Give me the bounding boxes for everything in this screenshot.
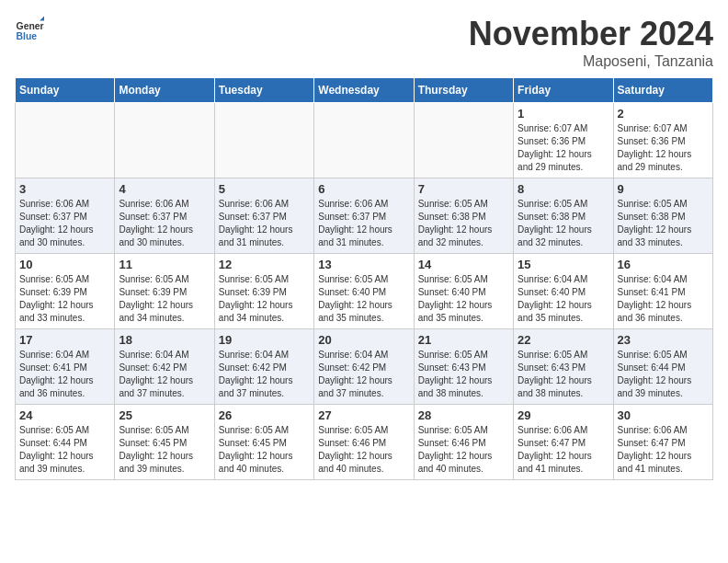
day-info: Sunrise: 6:06 AM Sunset: 6:37 PM Dayligh… — [19, 198, 110, 249]
calendar-cell: 25Sunrise: 6:05 AM Sunset: 6:45 PM Dayli… — [115, 405, 214, 480]
calendar-cell: 16Sunrise: 6:04 AM Sunset: 6:41 PM Dayli… — [613, 254, 712, 329]
calendar-cell: 11Sunrise: 6:05 AM Sunset: 6:39 PM Dayli… — [115, 254, 214, 329]
day-info: Sunrise: 6:05 AM Sunset: 6:38 PM Dayligh… — [418, 198, 509, 249]
calendar-cell: 17Sunrise: 6:04 AM Sunset: 6:41 PM Dayli… — [16, 329, 115, 405]
day-number: 10 — [19, 258, 110, 271]
day-info: Sunrise: 6:05 AM Sunset: 6:45 PM Dayligh… — [119, 424, 210, 476]
calendar-cell: 7Sunrise: 6:05 AM Sunset: 6:38 PM Daylig… — [414, 178, 513, 254]
weekday-header-wednesday: Wednesday — [314, 78, 414, 103]
calendar-cell: 29Sunrise: 6:06 AM Sunset: 6:47 PM Dayli… — [514, 405, 613, 480]
day-number: 16 — [618, 258, 709, 271]
day-info: Sunrise: 6:06 AM Sunset: 6:47 PM Dayligh… — [518, 424, 609, 476]
day-info: Sunrise: 6:06 AM Sunset: 6:37 PM Dayligh… — [318, 198, 409, 249]
day-number: 17 — [19, 333, 110, 347]
page-header: General Blue November 2024 Maposeni, Tan… — [15, 15, 713, 70]
calendar-cell: 6Sunrise: 6:06 AM Sunset: 6:37 PM Daylig… — [314, 178, 414, 254]
day-info: Sunrise: 6:07 AM Sunset: 6:36 PM Dayligh… — [518, 122, 609, 174]
day-number: 15 — [518, 258, 609, 271]
day-info: Sunrise: 6:05 AM Sunset: 6:40 PM Dayligh… — [318, 273, 409, 325]
weekday-header-thursday: Thursday — [414, 78, 513, 103]
day-info: Sunrise: 6:05 AM Sunset: 6:43 PM Dayligh… — [518, 349, 609, 400]
day-info: Sunrise: 6:05 AM Sunset: 6:39 PM Dayligh… — [119, 273, 210, 325]
calendar-cell — [214, 103, 313, 178]
day-info: Sunrise: 6:06 AM Sunset: 6:37 PM Dayligh… — [119, 198, 210, 249]
calendar-cell: 10Sunrise: 6:05 AM Sunset: 6:39 PM Dayli… — [16, 254, 115, 329]
day-info: Sunrise: 6:05 AM Sunset: 6:45 PM Dayligh… — [219, 424, 310, 476]
day-info: Sunrise: 6:06 AM Sunset: 6:47 PM Dayligh… — [618, 424, 709, 476]
day-info: Sunrise: 6:04 AM Sunset: 6:40 PM Dayligh… — [518, 273, 609, 325]
day-info: Sunrise: 6:05 AM Sunset: 6:38 PM Dayligh… — [618, 198, 709, 249]
calendar-cell: 9Sunrise: 6:05 AM Sunset: 6:38 PM Daylig… — [613, 178, 712, 254]
calendar-cell: 30Sunrise: 6:06 AM Sunset: 6:47 PM Dayli… — [613, 405, 712, 480]
day-number: 14 — [418, 258, 509, 271]
day-info: Sunrise: 6:04 AM Sunset: 6:42 PM Dayligh… — [318, 349, 409, 400]
day-number: 13 — [318, 258, 409, 271]
day-number: 25 — [119, 408, 210, 422]
calendar-cell: 14Sunrise: 6:05 AM Sunset: 6:40 PM Dayli… — [414, 254, 513, 329]
calendar-cell: 12Sunrise: 6:05 AM Sunset: 6:39 PM Dayli… — [214, 254, 313, 329]
day-number: 19 — [219, 333, 310, 347]
day-number: 20 — [318, 333, 409, 347]
logo-icon: General Blue — [15, 15, 44, 44]
day-info: Sunrise: 6:05 AM Sunset: 6:40 PM Dayligh… — [418, 273, 509, 325]
calendar-week-3: 10Sunrise: 6:05 AM Sunset: 6:39 PM Dayli… — [16, 254, 713, 329]
title-block: November 2024 Maposeni, Tanzania — [469, 15, 713, 70]
calendar-cell: 21Sunrise: 6:05 AM Sunset: 6:43 PM Dayli… — [414, 329, 513, 405]
day-info: Sunrise: 6:04 AM Sunset: 6:42 PM Dayligh… — [119, 349, 210, 400]
day-info: Sunrise: 6:05 AM Sunset: 6:44 PM Dayligh… — [19, 424, 110, 476]
day-info: Sunrise: 6:05 AM Sunset: 6:46 PM Dayligh… — [418, 424, 509, 476]
day-number: 7 — [418, 182, 509, 196]
calendar-week-5: 24Sunrise: 6:05 AM Sunset: 6:44 PM Dayli… — [16, 405, 713, 480]
day-info: Sunrise: 6:05 AM Sunset: 6:39 PM Dayligh… — [19, 273, 110, 325]
calendar-cell: 15Sunrise: 6:04 AM Sunset: 6:40 PM Dayli… — [514, 254, 613, 329]
day-info: Sunrise: 6:04 AM Sunset: 6:41 PM Dayligh… — [19, 349, 110, 400]
day-info: Sunrise: 6:05 AM Sunset: 6:39 PM Dayligh… — [219, 273, 310, 325]
day-number: 18 — [119, 333, 210, 347]
calendar-body: 1Sunrise: 6:07 AM Sunset: 6:36 PM Daylig… — [16, 103, 713, 480]
day-number: 24 — [19, 408, 110, 422]
svg-text:Blue: Blue — [17, 31, 38, 41]
day-number: 6 — [318, 182, 409, 196]
calendar-cell: 13Sunrise: 6:05 AM Sunset: 6:40 PM Dayli… — [314, 254, 414, 329]
calendar-table: SundayMondayTuesdayWednesdayThursdayFrid… — [15, 77, 713, 480]
day-info: Sunrise: 6:05 AM Sunset: 6:43 PM Dayligh… — [418, 349, 509, 400]
day-info: Sunrise: 6:05 AM Sunset: 6:38 PM Dayligh… — [518, 198, 609, 249]
day-number: 23 — [618, 333, 709, 347]
day-number: 2 — [618, 107, 709, 121]
day-number: 9 — [618, 182, 709, 196]
weekday-header-friday: Friday — [514, 78, 613, 103]
svg-text:General: General — [17, 21, 44, 31]
logo: General Blue — [15, 15, 44, 44]
calendar-week-2: 3Sunrise: 6:06 AM Sunset: 6:37 PM Daylig… — [16, 178, 713, 254]
calendar-cell: 19Sunrise: 6:04 AM Sunset: 6:42 PM Dayli… — [214, 329, 313, 405]
location-title: Maposeni, Tanzania — [469, 53, 713, 70]
weekday-header-saturday: Saturday — [613, 78, 712, 103]
day-info: Sunrise: 6:06 AM Sunset: 6:37 PM Dayligh… — [219, 198, 310, 249]
day-number: 29 — [518, 408, 609, 422]
calendar-cell: 28Sunrise: 6:05 AM Sunset: 6:46 PM Dayli… — [414, 405, 513, 480]
day-number: 5 — [219, 182, 310, 196]
day-number: 21 — [418, 333, 509, 347]
day-number: 12 — [219, 258, 310, 271]
day-number: 1 — [518, 107, 609, 121]
calendar-cell — [115, 103, 214, 178]
calendar-cell — [16, 103, 115, 178]
weekday-header-row: SundayMondayTuesdayWednesdayThursdayFrid… — [16, 78, 713, 103]
day-number: 11 — [119, 258, 210, 271]
calendar-cell: 27Sunrise: 6:05 AM Sunset: 6:46 PM Dayli… — [314, 405, 414, 480]
day-number: 3 — [19, 182, 110, 196]
day-info: Sunrise: 6:04 AM Sunset: 6:42 PM Dayligh… — [219, 349, 310, 400]
weekday-header-monday: Monday — [115, 78, 214, 103]
day-info: Sunrise: 6:04 AM Sunset: 6:41 PM Dayligh… — [618, 273, 709, 325]
calendar-week-1: 1Sunrise: 6:07 AM Sunset: 6:36 PM Daylig… — [16, 103, 713, 178]
day-number: 8 — [518, 182, 609, 196]
day-number: 26 — [219, 408, 310, 422]
calendar-cell: 2Sunrise: 6:07 AM Sunset: 6:36 PM Daylig… — [613, 103, 712, 178]
month-title: November 2024 — [469, 15, 713, 53]
svg-marker-2 — [40, 17, 44, 21]
day-number: 30 — [618, 408, 709, 422]
calendar-cell: 8Sunrise: 6:05 AM Sunset: 6:38 PM Daylig… — [514, 178, 613, 254]
calendar-cell: 26Sunrise: 6:05 AM Sunset: 6:45 PM Dayli… — [214, 405, 313, 480]
calendar-cell: 3Sunrise: 6:06 AM Sunset: 6:37 PM Daylig… — [16, 178, 115, 254]
weekday-header-sunday: Sunday — [16, 78, 115, 103]
